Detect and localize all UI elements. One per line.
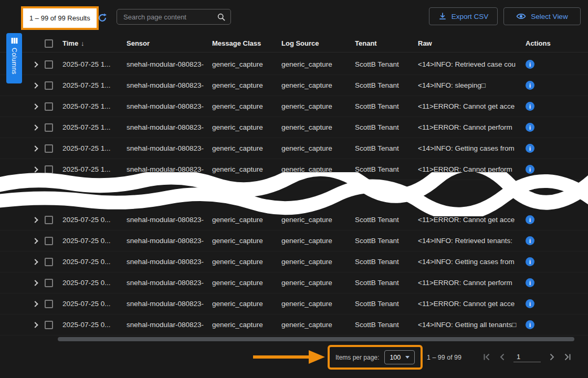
export-csv-button[interactable]: Export CSV [429, 7, 498, 25]
row-checkbox[interactable] [45, 81, 53, 90]
info-icon[interactable]: i [526, 278, 534, 287]
row-checkbox[interactable] [45, 102, 53, 111]
row-checkbox[interactable] [45, 237, 53, 245]
cell-time: 2025-07-25 0... [62, 216, 127, 224]
column-header-time[interactable]: Time ↓ [62, 39, 127, 47]
info-icon[interactable]: i [526, 215, 534, 224]
page-number-input[interactable] [513, 352, 541, 362]
table-row: 2025-07-25 0... snehal-modular-080823- g… [0, 230, 588, 251]
next-page-button[interactable] [547, 352, 556, 362]
cell-sensor: snehal-modular-080823- [127, 165, 212, 173]
row-checkbox[interactable] [45, 165, 53, 174]
chevron-right-icon [32, 217, 38, 223]
row-checkbox[interactable] [45, 321, 53, 329]
refresh-button[interactable] [98, 13, 107, 23]
cell-time: 2025-07-25 1... [62, 60, 127, 68]
last-page-button[interactable] [563, 352, 572, 362]
info-icon[interactable]: i [526, 194, 534, 203]
table-rows-bottom: 2025-07-25 0... snehal-modular-080823- g… [0, 209, 588, 335]
row-checkbox[interactable] [45, 194, 53, 203]
info-icon[interactable]: i [526, 299, 534, 308]
cell-message-class: generic_capture [212, 321, 281, 329]
cell-tenant: ScottB Tenant [355, 279, 418, 287]
table-row: 2025-07-25 1... snehal-modular-080823- g… [0, 138, 588, 159]
cell-message-class: generic_capture [212, 279, 281, 287]
table-row: 2025-07-25 0... snehal-modular-080823- g… [0, 251, 588, 272]
cell-sensor: snehal-modular-080823- [127, 81, 212, 89]
log-viewer-app: 1 – 99 of 99 Results Export CSV [0, 0, 588, 378]
expand-row-button[interactable] [29, 81, 45, 89]
cell-tenant: ScottB Tenant [355, 144, 418, 152]
cell-message-class: generic_capture [212, 258, 281, 266]
first-page-icon [482, 352, 491, 362]
cell-time: 2025-07-25 1... [62, 144, 127, 152]
columns-tab-label: Columns [10, 48, 18, 75]
select-view-button[interactable]: Select View [503, 7, 581, 25]
cell-message-class: generic_capture [212, 81, 281, 89]
previous-page-button[interactable] [498, 352, 507, 362]
info-icon[interactable]: i [526, 165, 534, 174]
results-count-label: 1 – 99 of 99 Results [29, 14, 90, 22]
expand-row-button[interactable] [29, 258, 45, 266]
cell-tenant: ScottB Tenant [355, 81, 418, 89]
row-checkbox[interactable] [45, 258, 53, 266]
horizontal-scrollbar[interactable] [58, 337, 574, 341]
select-all-checkbox[interactable] [45, 39, 53, 48]
column-header-log-source[interactable]: Log Source [281, 39, 355, 47]
cell-time: 2025-07-25 0... [62, 321, 127, 329]
expand-row-button[interactable] [29, 279, 45, 287]
column-header-sensor[interactable]: Sensor [127, 39, 212, 47]
info-icon[interactable]: i [526, 320, 534, 329]
column-header-tenant[interactable]: Tenant [355, 39, 418, 47]
cell-message-class: generic_capture [212, 216, 281, 224]
first-page-button[interactable] [482, 352, 491, 362]
expand-row-button[interactable] [29, 60, 45, 68]
info-icon[interactable]: i [526, 236, 534, 245]
row-checkbox[interactable] [45, 123, 53, 132]
search-input[interactable] [117, 13, 217, 21]
info-icon[interactable]: i [526, 60, 534, 69]
select-view-label: Select View [531, 13, 568, 20]
info-icon[interactable]: i [526, 102, 534, 111]
table-row: 2025-07-25 0... snehal-modular-080823- g… [0, 314, 588, 335]
chevron-right-icon [32, 322, 38, 328]
info-icon[interactable]: i [526, 144, 534, 153]
expand-row-button[interactable] [29, 165, 45, 173]
row-checkbox[interactable] [45, 60, 53, 69]
row-checkbox[interactable] [45, 300, 53, 308]
expand-row-button[interactable] [29, 237, 45, 245]
export-csv-label: Export CSV [452, 13, 489, 20]
column-header-raw[interactable]: Raw [418, 39, 526, 47]
expand-row-button[interactable] [29, 123, 45, 131]
pagination-range-label: 1 – 99 of 99 [427, 354, 461, 361]
cell-log-source: generic_capture [281, 321, 355, 329]
table-rows-top: 2025-07-25 1... snehal-modular-080823- g… [0, 54, 588, 180]
items-per-page-value: 100 [390, 354, 401, 361]
cell-log-source: generic_capture [281, 300, 355, 308]
cell-raw: <11>ERROR: Cannot get acce [418, 102, 526, 110]
table-row-partial: i [0, 188, 588, 209]
items-per-page-select[interactable]: 100 [384, 350, 415, 364]
column-header-message-class[interactable]: Message Class [212, 39, 281, 47]
cell-sensor: snehal-modular-080823- [127, 102, 212, 110]
expand-row-button[interactable] [29, 216, 45, 224]
row-checkbox[interactable] [45, 144, 53, 153]
cell-log-source: generic_capture [281, 165, 355, 173]
info-icon[interactable]: i [526, 81, 534, 90]
cell-sensor: snehal-modular-080823- [127, 258, 212, 266]
expand-row-button[interactable] [29, 102, 45, 110]
expand-row-button[interactable] [29, 144, 45, 152]
expand-row-button[interactable] [29, 321, 45, 329]
column-header-actions: Actions [526, 39, 559, 47]
cell-log-source: generic_capture [281, 237, 355, 245]
cell-sensor: snehal-modular-080823- [127, 60, 212, 68]
expand-row-button[interactable] [29, 300, 45, 308]
expand-row-button[interactable] [29, 195, 45, 203]
info-icon[interactable]: i [526, 123, 534, 132]
info-icon[interactable]: i [526, 257, 534, 266]
row-checkbox[interactable] [45, 216, 53, 224]
cell-time: 2025-07-25 1... [62, 81, 127, 89]
cell-log-source: generic_capture [281, 258, 355, 266]
row-checkbox[interactable] [45, 279, 53, 287]
columns-panel-button[interactable]: Columns [6, 33, 22, 83]
